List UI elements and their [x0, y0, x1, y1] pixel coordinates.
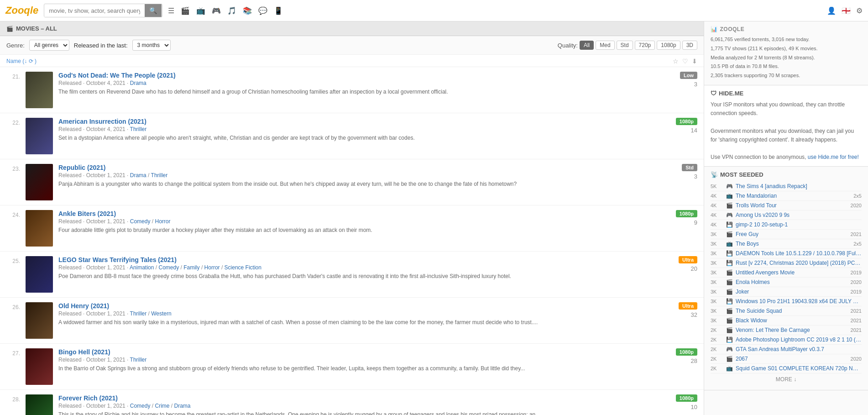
- search-input[interactable]: [44, 5, 145, 17]
- genre-link[interactable]: Science Fiction: [225, 264, 261, 271]
- seed-title[interactable]: Squid Game S01 COMPLETE KOREAN 720p NF W…: [736, 365, 862, 372]
- user-icon[interactable]: 👤: [827, 6, 836, 15]
- music-icon[interactable]: 🎵: [227, 6, 236, 15]
- genre-link[interactable]: Comedy: [130, 218, 151, 225]
- seed-title[interactable]: The Sims 4 [anadius Repack]: [736, 183, 862, 189]
- book-icon[interactable]: 📚: [243, 6, 252, 15]
- quality-720p-button[interactable]: 720p: [635, 41, 655, 50]
- settings-icon[interactable]: ⚙: [856, 6, 863, 15]
- movie-title[interactable]: LEGO Star Wars Terrifying Tales (2021): [58, 256, 177, 263]
- zooqle-stats-text: 6,061,765 verified torrents, 3,016 new t…: [711, 35, 862, 80]
- genre-link[interactable]: Animation: [130, 264, 154, 271]
- hide-me-link[interactable]: use Hide.me for free!: [808, 154, 859, 160]
- seed-title[interactable]: Black Widow: [736, 317, 848, 324]
- filters-bar: Genre: All genres Action Drama Comedy Th…: [0, 36, 704, 55]
- quality-3d-button[interactable]: 3D: [682, 41, 697, 50]
- search-button[interactable]: 🔍: [145, 4, 162, 17]
- seed-title[interactable]: Venom: Let There Be Carnage: [736, 327, 848, 333]
- seed-item: 3K 🎬 Free Guy 2021: [711, 230, 862, 239]
- seed-title[interactable]: Enola Holmes: [736, 279, 848, 285]
- quality-med-button[interactable]: Med: [596, 41, 614, 50]
- seed-title[interactable]: Adobe Photoshop Lightroom CC 2019 v8 2 1…: [736, 336, 862, 343]
- antenna-icon: 📡: [711, 171, 718, 178]
- quality-badge: 1080p: [676, 210, 697, 217]
- genre-link[interactable]: Family: [183, 264, 199, 271]
- seed-title[interactable]: Windows 10 Pro 21H1 19043.928 x64 DE JUL…: [736, 298, 862, 305]
- genre-link[interactable]: Western: [151, 310, 171, 317]
- flag-icon[interactable]: 🏴󠁧󠁢󠁥󠁮󠁧󠁿: [842, 6, 851, 15]
- quality-badge: 1080p: [676, 118, 697, 125]
- movie-title[interactable]: Old Henry (2021): [58, 302, 109, 310]
- section-header: 🎬 MOVIES – ALL: [0, 21, 704, 36]
- seed-title[interactable]: Joker: [736, 289, 848, 295]
- genre-link[interactable]: Horror: [155, 218, 170, 225]
- genre-link[interactable]: Comedy: [159, 264, 179, 271]
- movie-meta: Released · October 1, 2021 · Comedy / Cr…: [58, 403, 670, 409]
- seed-title[interactable]: Rust [v 2274, Christmas 2020 Update] (20…: [736, 260, 862, 266]
- movie-meta: Released · October 4, 2021 · Drama: [58, 80, 675, 86]
- movie-thumbnail: [26, 348, 53, 385]
- movie-title[interactable]: American Insurrection (2021): [58, 118, 146, 125]
- genre-link[interactable]: Drama: [130, 172, 146, 179]
- movie-description: A widowed farmer and his son warily take…: [58, 319, 673, 326]
- movie-title[interactable]: Republic (2021): [58, 164, 105, 171]
- genre-link[interactable]: Horror: [204, 264, 220, 271]
- movie-description: This is the story of Richie and his jour…: [58, 411, 670, 415]
- nav-icons: ☰ 🎬 📺 🎮 🎵 📚 💬 📱: [168, 6, 283, 15]
- bar-chart-icon: 📊: [711, 26, 718, 32]
- heart-icon[interactable]: ♡: [682, 58, 688, 65]
- genre-link[interactable]: Thriller: [130, 357, 147, 363]
- seed-title[interactable]: Among Us v2020 9 9s: [736, 212, 862, 218]
- tv-icon[interactable]: 📺: [196, 6, 205, 15]
- content-area: 🎬 MOVIES – ALL Genre: All genres Action …: [0, 21, 704, 415]
- movies-list: 21. God's Not Dead: We The People (2021)…: [0, 67, 704, 415]
- seed-title[interactable]: Free Guy: [736, 231, 848, 237]
- seed-title[interactable]: Untitled Avengers Movie: [736, 269, 848, 276]
- movie-title[interactable]: Ankle Biters (2021): [58, 210, 116, 217]
- seed-title[interactable]: The Boys: [736, 241, 851, 247]
- download-icon[interactable]: ⬇: [692, 58, 697, 65]
- genre-link[interactable]: Crime: [155, 403, 169, 409]
- name-column-header[interactable]: Name (↓ ⟳ ): [6, 58, 673, 64]
- seed-title[interactable]: DAEMON Tools Lite 10.5.1.229 / 10.10.0.7…: [736, 250, 862, 257]
- quality-std-button[interactable]: Std: [617, 41, 633, 50]
- genre-link[interactable]: Comedy: [130, 403, 151, 409]
- seed-item: 2K 🎬 Venom: Let There Be Carnage 2021: [711, 326, 862, 335]
- seed-type-icon: 🎬: [726, 356, 733, 362]
- released-select[interactable]: 3 months 1 week 1 month 6 months: [132, 40, 171, 51]
- genre-select[interactable]: All genres Action Drama Comedy Thriller: [29, 40, 69, 51]
- seed-title[interactable]: GTA San Andreas MultiPlayer v0.3.7: [736, 346, 862, 352]
- film-icon[interactable]: 🎬: [181, 6, 190, 15]
- quality-all-button[interactable]: All: [580, 41, 594, 50]
- list-icon[interactable]: ☰: [168, 6, 174, 15]
- seed-title[interactable]: The Suicide Squad: [736, 308, 848, 314]
- seed-title[interactable]: gimp-2 10 20-setup-1: [736, 221, 862, 228]
- genre-link[interactable]: Drama: [174, 403, 190, 409]
- seed-count: 3K: [711, 279, 723, 285]
- seed-subtitle: 2020: [851, 356, 862, 362]
- stat-line: 10.5 PB of data in 70.8 M files.: [711, 62, 862, 71]
- movie-title[interactable]: God's Not Dead: We The People (2021): [58, 72, 176, 79]
- seed-title[interactable]: The Mandalorian: [736, 193, 851, 199]
- more-link[interactable]: MORE ↓: [711, 373, 862, 385]
- logo[interactable]: Zooqle: [5, 5, 38, 16]
- chat-icon[interactable]: 💬: [258, 6, 267, 15]
- genre-link[interactable]: Thriller: [151, 172, 168, 179]
- genre-link[interactable]: Drama: [130, 80, 146, 86]
- movie-description: In the Barrio of Oak Springs live a stro…: [58, 365, 670, 373]
- quality-1080p-button[interactable]: 1080p: [657, 41, 680, 50]
- game-icon[interactable]: 🎮: [212, 6, 221, 15]
- seed-title[interactable]: 2067: [736, 356, 848, 362]
- zooqle-stats-section: 📊 ZOOQLE 6,061,765 verified torrents, 3,…: [704, 21, 868, 85]
- genre-link[interactable]: Thriller: [130, 126, 147, 132]
- quality-badge: 1080p: [676, 394, 697, 402]
- seed-title[interactable]: Trolls World Tour: [736, 202, 848, 209]
- seed-type-icon: 🎮: [726, 212, 733, 218]
- star-icon[interactable]: ☆: [673, 58, 679, 65]
- movie-meta: Released · October 1, 2021 · Comedy / Ho…: [58, 218, 670, 225]
- movie-title[interactable]: Forever Rich (2021): [58, 394, 118, 402]
- genre-link[interactable]: Thriller: [130, 310, 147, 317]
- movie-title[interactable]: Bingo Hell (2021): [58, 348, 110, 356]
- col-icon-group: ☆ ♡ ⬇: [673, 58, 697, 65]
- app-icon[interactable]: 📱: [274, 6, 283, 15]
